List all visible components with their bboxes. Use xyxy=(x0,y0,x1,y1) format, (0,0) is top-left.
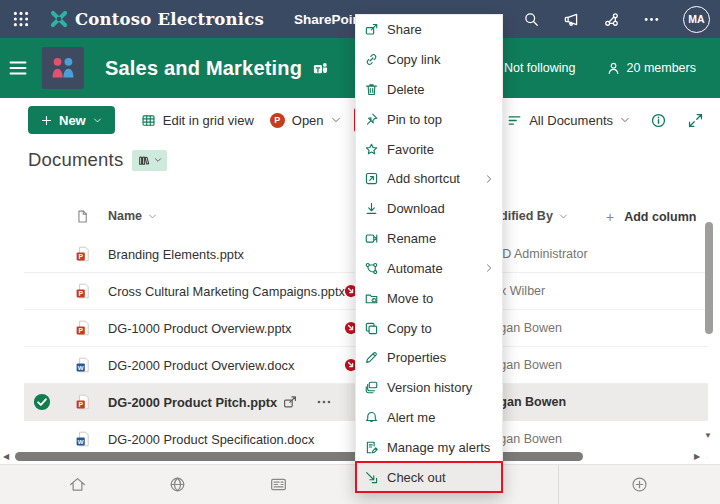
chevron-down-icon xyxy=(148,212,157,221)
org-chart-icon[interactable] xyxy=(603,11,620,28)
waffle-icon[interactable] xyxy=(12,10,30,28)
menu-item-version-history[interactable]: Version history xyxy=(356,373,502,403)
menu-item-properties[interactable]: Properties xyxy=(356,343,502,373)
site-logo[interactable] xyxy=(42,47,84,89)
selected-check-icon[interactable] xyxy=(33,393,51,411)
horizontal-scrollbar[interactable]: ◀ ▶ xyxy=(0,450,706,463)
library-heading: Documents xyxy=(28,149,123,171)
name-column-header[interactable]: Name xyxy=(108,209,157,223)
menu-item-copy-link[interactable]: Copy link xyxy=(356,45,502,75)
menu-item-automate[interactable]: Automate xyxy=(356,254,502,284)
menu-item-label: Copy to xyxy=(387,321,432,336)
more-options-icon[interactable] xyxy=(643,11,660,28)
menu-item-share[interactable]: Share xyxy=(356,15,502,45)
teams-icon xyxy=(312,60,329,77)
menu-item-label: Rename xyxy=(387,231,436,246)
svg-text:P: P xyxy=(78,253,83,260)
add-shortcut-icon xyxy=(364,171,379,186)
download-icon xyxy=(364,201,379,216)
copy-to-icon xyxy=(364,321,379,336)
new-label: New xyxy=(59,113,86,128)
follow-label: Not following xyxy=(504,61,576,75)
menu-item-label: Share xyxy=(387,22,422,37)
vertical-scroll-thumb[interactable] xyxy=(705,222,713,334)
context-menu: ShareCopy linkDeletePin to topFavoriteAd… xyxy=(355,14,503,493)
share-icon[interactable] xyxy=(282,394,298,410)
new-button[interactable]: New xyxy=(28,106,115,134)
chevron-down-icon xyxy=(154,156,162,164)
file-name[interactable]: DG-2000 Product Pitch.pptx xyxy=(108,395,277,410)
scroll-down-icon[interactable]: ▼ xyxy=(704,431,712,440)
scroll-right-icon[interactable]: ▶ xyxy=(694,452,700,461)
menu-item-label: Delete xyxy=(387,82,425,97)
scroll-left-icon[interactable]: ◀ xyxy=(3,452,9,461)
globe-icon[interactable] xyxy=(168,475,187,494)
menu-item-rename[interactable]: Rename xyxy=(356,224,502,254)
chevron-right-icon xyxy=(484,174,494,184)
check-out-icon xyxy=(364,470,379,485)
person-icon xyxy=(606,61,621,76)
menu-item-move-to[interactable]: Move to xyxy=(356,283,502,313)
menu-item-favorite[interactable]: Favorite xyxy=(356,134,502,164)
menu-item-pin-to-top[interactable]: Pin to top xyxy=(356,104,502,134)
menu-item-label: Check out xyxy=(387,470,446,485)
powerpoint-icon: P xyxy=(270,113,285,128)
news-icon[interactable] xyxy=(269,475,288,494)
favorite-icon xyxy=(364,142,379,157)
file-name[interactable]: Branding Elements.pptx xyxy=(108,247,244,262)
menu-item-label: Pin to top xyxy=(387,112,442,127)
file-type-column-icon[interactable] xyxy=(75,209,90,224)
svg-text:W: W xyxy=(78,438,84,445)
file-name[interactable]: Cross Cultural Marketing Campaigns.pptx xyxy=(108,284,345,299)
menu-item-label: Version history xyxy=(387,380,472,395)
open-button[interactable]: P Open xyxy=(270,113,341,128)
powerpoint-file-icon: P xyxy=(75,283,91,299)
automate-icon xyxy=(364,261,379,276)
avatar[interactable]: MA xyxy=(683,6,710,33)
people-logo-icon xyxy=(48,53,78,83)
word-file-icon: W xyxy=(75,357,91,373)
rename-icon xyxy=(364,231,379,246)
brand-name[interactable]: Contoso Electronics xyxy=(75,10,264,29)
powerpoint-file-icon: P xyxy=(75,246,91,262)
bottom-bar-divider xyxy=(558,465,559,504)
add-column-button[interactable]: + Add column xyxy=(606,209,696,225)
manage-alerts-icon xyxy=(364,440,379,455)
add-circle-icon[interactable] xyxy=(630,475,649,494)
menu-item-label: Download xyxy=(387,201,445,216)
chevron-down-icon xyxy=(93,116,102,125)
menu-item-copy-to[interactable]: Copy to xyxy=(356,313,502,343)
expand-icon[interactable] xyxy=(687,112,704,129)
menu-item-delete[interactable]: Delete xyxy=(356,75,502,105)
edit-grid-label: Edit in grid view xyxy=(163,113,254,128)
menu-item-label: Automate xyxy=(387,261,443,276)
file-name[interactable]: DG-2000 Product Specification.docx xyxy=(108,432,314,447)
row-ellipsis-icon[interactable] xyxy=(316,394,332,410)
powerpoint-file-icon: P xyxy=(75,320,91,336)
hamburger-menu-icon[interactable] xyxy=(8,58,28,78)
alert-me-icon xyxy=(364,410,379,425)
site-title[interactable]: Sales and Marketing xyxy=(105,57,302,80)
view-selector[interactable]: All Documents xyxy=(507,113,630,128)
menu-item-download[interactable]: Download xyxy=(356,194,502,224)
add-column-label: Add column xyxy=(624,210,696,224)
menu-item-add-shortcut[interactable]: Add shortcut xyxy=(356,164,502,194)
megaphone-icon[interactable] xyxy=(563,11,580,28)
copy-link-icon xyxy=(364,52,379,67)
svg-text:P: P xyxy=(78,401,83,408)
library-view-badge[interactable] xyxy=(132,150,167,171)
file-name[interactable]: DG-1000 Product Overview.pptx xyxy=(108,321,292,336)
view-selector-label: All Documents xyxy=(529,113,613,128)
members-button[interactable]: 20 members xyxy=(606,61,696,76)
edit-grid-view-button[interactable]: Edit in grid view xyxy=(141,113,254,128)
view-lines-icon xyxy=(507,113,522,128)
home-icon[interactable] xyxy=(68,475,87,494)
info-icon[interactable] xyxy=(650,112,667,129)
file-name[interactable]: DG-2000 Product Overview.docx xyxy=(108,358,294,373)
search-icon[interactable] xyxy=(523,11,540,28)
chevron-down-icon xyxy=(620,115,630,125)
menu-item-alert-me[interactable]: Alert me xyxy=(356,403,502,433)
menu-item-label: Favorite xyxy=(387,142,434,157)
menu-item-manage-my-alerts[interactable]: Manage my alerts xyxy=(356,432,502,462)
menu-item-check-out[interactable]: Check out xyxy=(356,462,502,492)
